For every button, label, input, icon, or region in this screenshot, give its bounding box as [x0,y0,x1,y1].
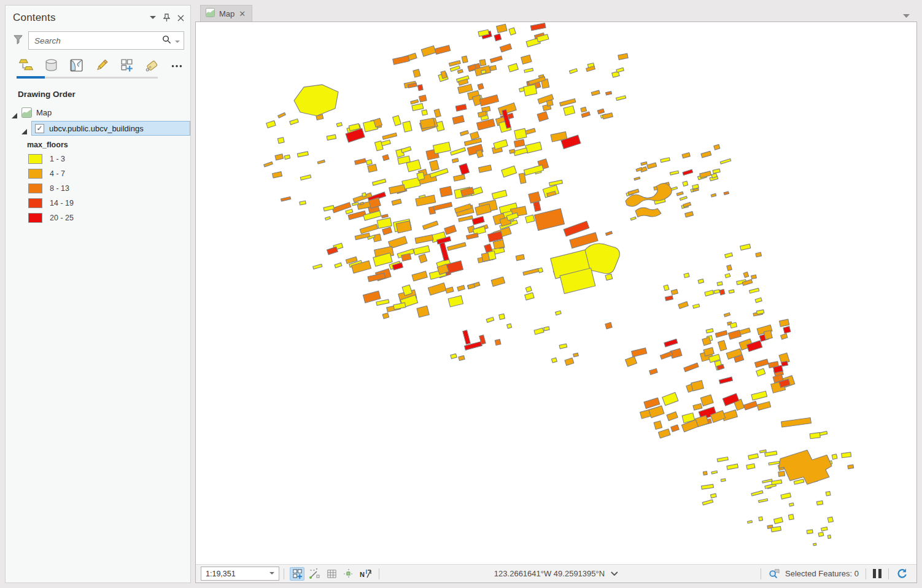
coordinates-dropdown[interactable]: 123.2661641°W 49.2591395°N [494,569,618,578]
chevron-down-icon [611,571,618,576]
more-options-icon[interactable] [169,57,185,73]
map-thumbnail-icon [206,8,215,20]
selected-layer-row[interactable]: ✓ ubcv.public.ubcv_buildings [31,121,190,136]
legend-item: 8 - 13 [6,181,190,196]
pane-menu-caret-icon[interactable] [150,16,156,20]
contents-toolbar [18,57,190,73]
legend-item: 1 - 3 [6,152,190,166]
symbology-field-label: max_floors [27,141,190,149]
map-grid-button[interactable] [290,567,304,581]
legend-swatch[interactable] [28,213,42,223]
buildings-layer [264,23,854,545]
scale-combo[interactable]: 1:19,351 [201,567,279,581]
scale-caret-icon [269,572,274,575]
legend-item: 20 - 25 [6,211,190,225]
tab-label: Map [219,9,234,18]
legend-swatch[interactable] [28,198,42,208]
selection-magnifier-icon [767,567,781,581]
search-icon[interactable] [162,35,171,47]
selected-features-status[interactable]: Selected Features: 0 [785,569,859,578]
contents-pane-header: Contents [6,6,190,25]
legend-label: 8 - 13 [50,184,69,193]
drawing-order-heading: Drawing Order [18,90,190,99]
active-tab-indicator [17,76,45,79]
search-input[interactable] [34,36,162,45]
map-viewport: 1:19,351 N 123.2661641°W 49.2591395°N [195,21,917,583]
pane-title: Contents [13,12,150,24]
divider [284,568,284,579]
grid-button[interactable] [324,567,339,581]
list-by-selection-icon[interactable] [68,57,84,73]
search-history-caret-icon[interactable] [175,35,180,46]
divider [761,568,761,579]
tabstrip-caret-icon[interactable] [903,10,910,21]
legend-label: 1 - 3 [50,155,65,163]
list-by-data-source-icon[interactable] [43,57,59,73]
contents-pane: Contents [5,5,191,583]
list-by-editing-icon[interactable] [93,57,109,73]
search-box [28,31,184,50]
expander-icon[interactable] [21,126,27,131]
layer-visibility-checkbox[interactable]: ✓ [35,124,44,133]
legend-swatch[interactable] [28,154,42,164]
coordinates-value: 123.2661641°W 49.2591395°N [494,569,605,578]
svg-text:N: N [360,571,365,578]
divider [379,568,379,579]
divider [866,568,866,579]
map-canvas[interactable] [196,22,916,564]
legend-swatch[interactable] [28,169,42,179]
north-arrow-button[interactable]: N [358,567,373,581]
legend-item: 4 - 7 [6,166,190,181]
map-statusbar: 1:19,351 N 123.2661641°W 49.2591395°N [196,564,916,582]
legend-label: 4 - 7 [50,169,65,178]
pin-icon[interactable] [163,14,170,22]
legend-item: 14 - 19 [6,196,190,211]
expander-icon[interactable] [12,110,17,115]
pause-drawing-button[interactable] [873,569,881,578]
view-tabstrip: Map ✕ [195,5,917,21]
legend-swatch[interactable] [28,184,42,193]
list-by-snapping-icon[interactable] [118,57,134,73]
tree-item-layer[interactable]: ✓ ubcv.public.ubcv_buildings [6,121,190,136]
legend-label: 20 - 25 [50,214,74,222]
map-thumbnail-icon [21,107,32,118]
close-pane-icon[interactable] [177,15,184,21]
tab-close-icon[interactable]: ✕ [239,10,246,18]
legend-label: 14 - 19 [50,199,74,207]
list-by-labeling-icon[interactable] [144,57,160,73]
scale-value: 1:19,351 [206,570,266,578]
refresh-button[interactable] [894,567,909,581]
map-pane: Map ✕ 1:19,351 [195,5,917,583]
sketch-constraints-button[interactable] [307,567,322,581]
map-label: Map [36,108,52,117]
ground-to-grid-button[interactable] [341,567,356,581]
toolbar-tab-track [17,77,158,79]
tab-map[interactable]: Map ✕ [200,5,252,21]
divider [888,568,889,579]
tree-item-map[interactable]: Map [6,105,190,120]
layer-name: ubcv.public.ubcv_buildings [49,124,144,133]
filter-funnel-icon[interactable] [13,34,23,47]
list-by-drawing-order-icon[interactable] [18,57,34,73]
